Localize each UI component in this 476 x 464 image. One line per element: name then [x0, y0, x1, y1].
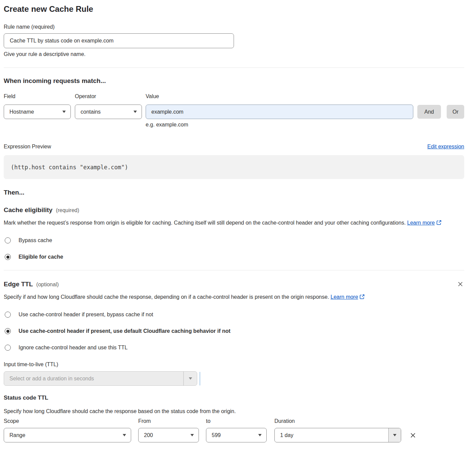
create-cache-rule-form: Create new Cache Rule Rule name (require… [4, 0, 464, 451]
cache-eligibility-heading: Cache eligibility [4, 206, 53, 213]
value-hint: e.g. example.com [146, 122, 413, 128]
radio-use-header-bypass[interactable]: Use cache-control header if present, byp… [4, 312, 464, 318]
radio-label: Eligible for cache [19, 254, 63, 260]
duration-select-value: 1 day [275, 428, 388, 442]
field-label: Field [4, 93, 71, 99]
cache-eligibility-description: Mark whether the request’s response from… [4, 218, 455, 228]
cache-eligibility-description-text: Mark whether the request’s response from… [4, 220, 406, 226]
radio-label: Ignore cache-control header and use this… [19, 345, 127, 351]
remove-row-icon[interactable] [410, 428, 416, 442]
chevron-down-icon [258, 434, 262, 436]
expression-preview-box: (http.host contains "example.com") [4, 155, 464, 179]
learn-more-link[interactable]: Learn more [331, 294, 358, 300]
from-select-value: 200 [144, 432, 153, 438]
chevron-down-icon [189, 377, 192, 380]
value-input[interactable] [146, 105, 413, 119]
from-label: From [138, 418, 199, 424]
to-select[interactable]: 599 [206, 428, 267, 442]
duration-select[interactable]: 1 day [274, 428, 401, 442]
rule-name-input[interactable] [4, 33, 234, 48]
ttl-select-placeholder: Select or add a duration in seconds [4, 372, 183, 385]
radio-label: Use cache-control header if present, byp… [19, 312, 153, 318]
or-button[interactable]: Or [447, 105, 464, 119]
text-cursor-bar [200, 372, 200, 385]
edge-ttl-heading: Edge TTL [4, 281, 33, 288]
radio-circle-selected[interactable] [5, 254, 11, 260]
to-label: to [206, 418, 267, 424]
duration-label: Duration [274, 418, 401, 424]
ttl-input-label: Input time-to-live (TTL) [4, 361, 464, 368]
edge-ttl-description: Specify if and how long Cloudflare shoul… [4, 292, 375, 302]
ttl-duration-select[interactable]: Select or add a duration in seconds [4, 371, 197, 386]
scope-label: Scope [4, 418, 131, 424]
from-select[interactable]: 200 [138, 428, 199, 442]
field-select[interactable]: Hostname [4, 105, 71, 119]
operator-select[interactable]: contains [75, 105, 142, 119]
close-icon[interactable] [456, 280, 464, 288]
radio-use-header-default[interactable]: Use cache-control header if present, use… [4, 328, 464, 334]
required-tag: (required) [56, 207, 79, 213]
section-divider [4, 270, 464, 270]
status-code-ttl-heading: Status code TTL [4, 395, 464, 401]
radio-eligible-for-cache[interactable]: Eligible for cache [4, 254, 464, 260]
radio-circle-unselected[interactable] [5, 345, 11, 351]
external-link-icon [436, 220, 442, 225]
operator-label: Operator [75, 93, 142, 99]
scope-select-value: Range [9, 432, 25, 438]
radio-bypass-cache[interactable]: Bypass cache [4, 237, 464, 243]
radio-circle-unselected[interactable] [5, 237, 11, 243]
radio-circle-selected[interactable] [5, 328, 11, 334]
radio-circle-unselected[interactable] [5, 312, 11, 318]
chevron-down-icon [133, 111, 137, 113]
match-condition-row: Field Hostname Operator contains Value e… [4, 93, 464, 128]
optional-tag: (optional) [36, 282, 59, 287]
edge-ttl-description-text: Specify if and how long Cloudflare shoul… [4, 294, 329, 300]
value-label: Value [146, 93, 413, 99]
then-heading: Then... [4, 189, 464, 196]
expression-preview-label: Expression Preview [4, 144, 51, 150]
rule-name-helper: Give your rule a descriptive name. [4, 51, 464, 57]
field-select-value: Hostname [9, 109, 34, 115]
chevron-down-icon [123, 434, 126, 436]
page-title: Create new Cache Rule [4, 4, 464, 14]
edit-expression-link[interactable]: Edit expression [427, 144, 464, 150]
operator-select-value: contains [81, 109, 101, 115]
chevron-down-icon [62, 111, 66, 113]
cache-eligibility-header: Cache eligibility(required) [4, 206, 464, 214]
chevron-down-icon [393, 434, 396, 436]
expression-code: (http.host contains "example.com") [11, 164, 128, 171]
and-button[interactable]: And [417, 105, 441, 119]
chevron-down-icon [190, 434, 194, 436]
scope-select[interactable]: Range [4, 428, 131, 442]
expression-preview-header: Expression Preview Edit expression [4, 144, 464, 150]
match-heading: When incoming requests match... [4, 77, 464, 85]
chevron-down-icon[interactable] [388, 428, 401, 442]
learn-more-link[interactable]: Learn more [407, 220, 435, 226]
radio-label: Use cache-control header if present, use… [19, 328, 231, 334]
chevron-down-icon[interactable] [183, 372, 197, 385]
radio-ignore-header[interactable]: Ignore cache-control header and use this… [4, 345, 464, 351]
radio-label: Bypass cache [19, 237, 52, 243]
to-select-value: 599 [212, 432, 221, 438]
status-code-ttl-row: Scope Range From 200 to 599 Duration 1 d… [4, 418, 464, 442]
external-link-icon [359, 294, 365, 299]
edge-ttl-header: Edge TTL(optional) [4, 280, 464, 288]
rule-name-label: Rule name (required) [4, 24, 464, 30]
status-code-ttl-description: Specify how long Cloudflare should cache… [4, 408, 464, 414]
section-divider [4, 67, 464, 68]
